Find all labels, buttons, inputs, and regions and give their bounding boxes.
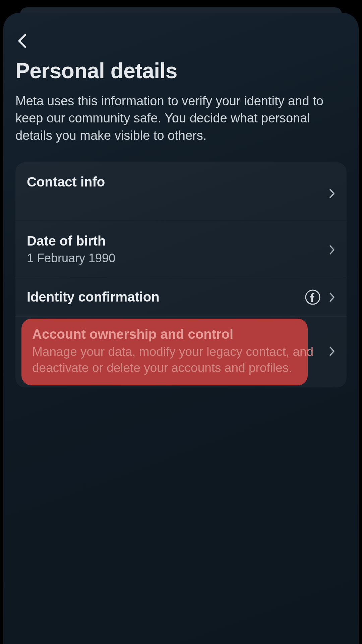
row-description: Manage your data, modify your legacy con… bbox=[32, 344, 329, 376]
row-contact-info[interactable]: Contact info bbox=[15, 162, 347, 222]
chevron-right-icon bbox=[329, 245, 335, 255]
row-title: Contact info bbox=[27, 174, 335, 190]
page-title: Personal details bbox=[15, 58, 347, 83]
page-description: Meta uses this information to verify you… bbox=[15, 93, 347, 144]
row-account-ownership[interactable]: Account ownership and control Manage you… bbox=[15, 317, 347, 387]
row-title: Identity confirmation bbox=[27, 289, 305, 305]
row-title: Account ownership and control bbox=[32, 327, 329, 342]
chevron-right-icon bbox=[329, 189, 335, 199]
settings-card: Contact info Date of birth 1 February 19… bbox=[15, 162, 347, 387]
settings-sheet: Personal details Meta uses this informat… bbox=[3, 13, 359, 644]
row-value: 1 February 1990 bbox=[27, 251, 329, 266]
row-title: Date of birth bbox=[27, 233, 329, 249]
facebook-icon bbox=[305, 289, 320, 305]
back-button[interactable] bbox=[17, 34, 347, 48]
chevron-right-icon bbox=[329, 292, 335, 302]
chevron-right-icon bbox=[329, 346, 335, 356]
row-identity-confirmation[interactable]: Identity confirmation bbox=[15, 278, 347, 317]
chevron-left-icon bbox=[17, 34, 28, 48]
row-date-of-birth[interactable]: Date of birth 1 February 1990 bbox=[15, 222, 347, 278]
